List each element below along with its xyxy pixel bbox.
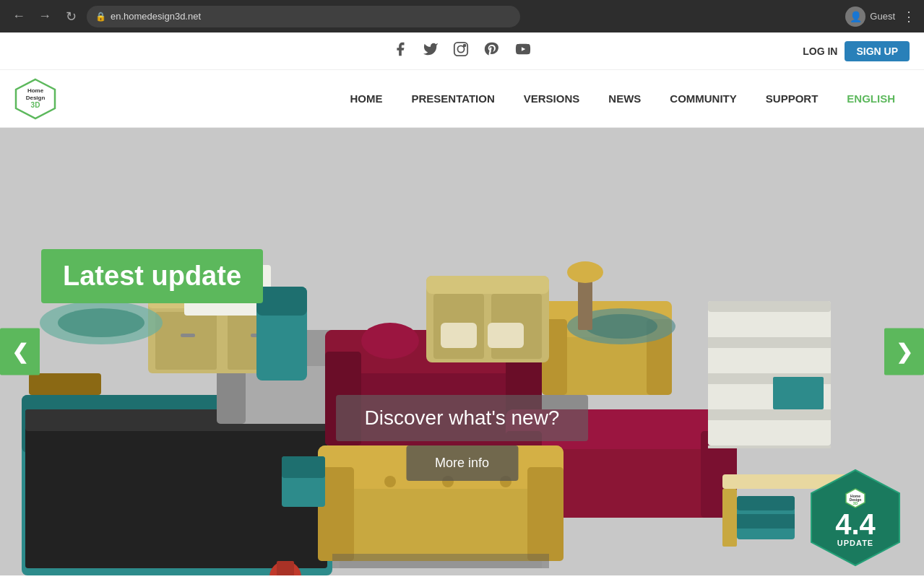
auth-buttons: LOG IN SIGN UP: [803, 41, 910, 61]
svg-point-62: [58, 308, 144, 337]
user-account-button[interactable]: 👤 Guest: [845, 6, 895, 27]
svg-point-21: [361, 323, 419, 359]
svg-rect-84: [488, 323, 524, 348]
svg-rect-52: [737, 514, 795, 529]
svg-rect-68: [277, 561, 294, 575]
version-update-label: UPDATE: [837, 539, 873, 547]
nav-home[interactable]: HOME: [335, 70, 397, 128]
svg-rect-46: [773, 377, 824, 409]
browser-menu-button[interactable]: ⋮: [902, 9, 915, 25]
nav-presentation[interactable]: PRESENTATION: [397, 70, 509, 128]
version-number: 4.4: [835, 510, 876, 539]
svg-point-86: [567, 261, 603, 283]
svg-point-1: [457, 45, 464, 52]
forward-button[interactable]: →: [35, 6, 55, 27]
website-content: LOG IN SIGN UP Home Design 3D HOME PRESE…: [0, 32, 924, 575]
svg-rect-78: [282, 456, 325, 478]
reload-button[interactable]: ↻: [61, 6, 81, 27]
facebook-icon[interactable]: [392, 41, 408, 61]
address-bar[interactable]: 🔒 en.homedesign3d.net: [87, 6, 520, 27]
svg-text:3D: 3D: [852, 501, 858, 505]
svg-rect-7: [29, 373, 101, 395]
svg-rect-55: [155, 312, 217, 370]
main-navigation: Home Design 3D HOME PRESENTATION VERSION…: [0, 70, 924, 128]
slider-next-button[interactable]: ❯: [884, 329, 924, 375]
logo-home: Home: [27, 87, 43, 95]
username-label: Guest: [870, 11, 895, 22]
lock-icon: 🔒: [95, 12, 106, 22]
svg-rect-42: [708, 337, 831, 348]
instagram-icon[interactable]: [453, 41, 469, 61]
svg-point-64: [585, 314, 657, 339]
nav-news[interactable]: NEWS: [594, 70, 655, 128]
hero-slider: Latest update Discover what's new? More …: [0, 128, 924, 575]
nav-versions[interactable]: VERSIONS: [509, 70, 595, 128]
social-bar: LOG IN SIGN UP: [0, 32, 924, 70]
logo-3d: 3D: [31, 101, 40, 110]
logo-link[interactable]: Home Design 3D: [14, 78, 56, 120]
svg-rect-48: [722, 489, 737, 547]
svg-rect-66: [340, 561, 542, 568]
back-button[interactable]: ←: [9, 6, 29, 27]
svg-rect-80: [426, 276, 549, 294]
svg-rect-44: [708, 409, 831, 420]
svg-rect-41: [708, 301, 831, 312]
nav-community[interactable]: COMMUNITY: [655, 70, 751, 128]
svg-point-31: [384, 476, 396, 487]
browser-toolbar: ← → ↻ 🔒 en.homedesign3d.net 👤 Guest ⋮: [0, 0, 924, 32]
svg-rect-51: [737, 496, 795, 510]
svg-point-2: [463, 45, 465, 47]
twitter-icon[interactable]: [423, 41, 439, 61]
more-info-button[interactable]: More info: [406, 445, 518, 481]
url-text: en.homedesign3d.net: [111, 11, 201, 22]
svg-rect-57: [181, 334, 195, 337]
svg-rect-76: [256, 287, 307, 316]
login-button[interactable]: LOG IN: [803, 45, 837, 57]
svg-rect-30: [527, 467, 564, 561]
nav-english[interactable]: ENGLISH: [832, 70, 910, 128]
svg-rect-83: [441, 323, 477, 348]
version-hex-shape: Home Design 3D 4.4 UPDATE: [808, 467, 902, 568]
slider-prev-button[interactable]: ❮: [0, 329, 40, 375]
pinterest-icon[interactable]: [483, 41, 499, 61]
user-avatar: 👤: [845, 6, 865, 27]
version-badge: Home Design 3D 4.4 UPDATE: [808, 467, 902, 568]
youtube-icon[interactable]: [514, 41, 532, 61]
logo-design: Design: [26, 95, 46, 102]
signup-button[interactable]: SIGN UP: [845, 41, 910, 61]
version-text: Home Design 3D 4.4 UPDATE: [808, 467, 902, 568]
svg-rect-45: [708, 445, 831, 448]
nav-support[interactable]: SUPPORT: [751, 70, 833, 128]
furniture-scene-bg: [0, 128, 924, 575]
discover-overlay: Discover what's new?: [336, 395, 589, 441]
latest-update-badge: Latest update: [41, 249, 263, 303]
nav-items: HOME PRESENTATION VERSIONS NEWS COMMUNIT…: [335, 70, 910, 128]
browser-right-controls: 👤 Guest ⋮: [845, 6, 915, 27]
